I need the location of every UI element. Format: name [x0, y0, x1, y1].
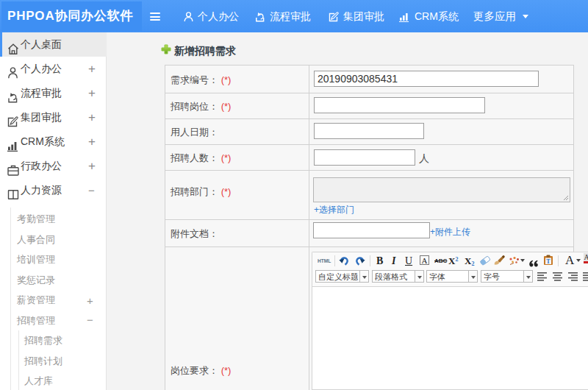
- svg-text:A: A: [584, 253, 588, 261]
- svg-text:T: T: [546, 258, 551, 265]
